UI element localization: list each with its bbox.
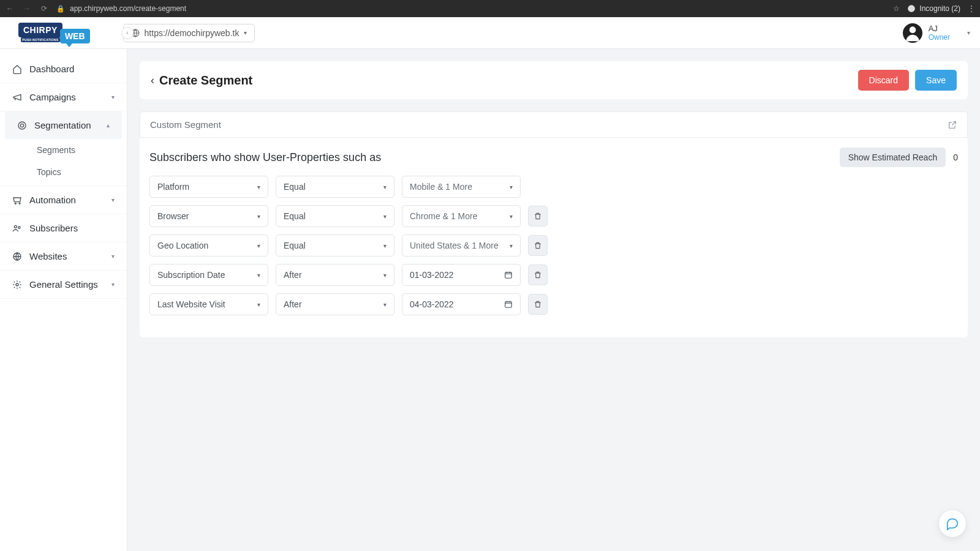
- delete-rule-button[interactable]: [528, 235, 548, 256]
- rule-property-select[interactable]: Geo Location▾: [149, 234, 268, 257]
- rule-operator-select-value: Equal: [284, 211, 306, 221]
- rule-row: Geo Location▾Equal▾United States & 1 Mor…: [149, 234, 958, 257]
- rule-operator-select[interactable]: Equal▾: [276, 234, 394, 257]
- rule-property-select[interactable]: Last Website Visit▾: [149, 293, 268, 315]
- rule-operator-select[interactable]: After▾: [276, 264, 394, 286]
- rule-property-select[interactable]: Platform▾: [149, 176, 268, 198]
- svg-point-0: [908, 5, 915, 12]
- chevron-down-icon: ▾: [967, 29, 970, 36]
- sidebar-item-websites[interactable]: Websites ▾: [0, 242, 127, 271]
- chevron-down-icon: ▾: [510, 184, 513, 190]
- svg-point-3: [18, 122, 26, 129]
- sidebar-item-label: Automation: [29, 195, 76, 205]
- chevron-down-icon: ▾: [510, 242, 513, 249]
- cart-icon: [12, 195, 22, 205]
- star-icon[interactable]: ☆: [893, 4, 900, 13]
- megaphone-icon: [12, 92, 22, 102]
- sidebar-collapse-button[interactable]: ‹: [121, 27, 134, 39]
- sidebar: Dashboard Campaigns ▾ Segmentation ▴ Seg…: [0, 49, 127, 551]
- save-button[interactable]: Save: [915, 70, 957, 91]
- sidebar-item-label: Subscribers: [29, 223, 78, 233]
- browser-chrome: ← → ⟳ 🔒 app.chirpyweb.com/create-segment…: [0, 0, 980, 17]
- external-link-icon[interactable]: [948, 120, 957, 130]
- chat-button[interactable]: [938, 509, 967, 538]
- rule-row: Subscription Date▾After▾01-03-2022: [149, 264, 958, 286]
- user-info: AJ Owner: [929, 24, 950, 42]
- chevron-down-icon: ▾: [383, 272, 386, 279]
- url-text: app.chirpyweb.com/create-segment: [70, 4, 186, 13]
- sidebar-item-subscribers[interactable]: Subscribers: [0, 214, 127, 242]
- page-title: Create Segment: [159, 73, 252, 88]
- user-menu[interactable]: AJ Owner ▾: [903, 23, 970, 43]
- show-estimated-reach-button[interactable]: Show Estimated Reach: [840, 148, 946, 167]
- back-button[interactable]: ‹: [151, 74, 154, 87]
- rule-operator-select-value: After: [284, 299, 302, 309]
- avatar: [903, 23, 922, 43]
- sidebar-item-segmentation[interactable]: Segmentation ▴: [5, 111, 122, 139]
- sidebar-item-campaigns[interactable]: Campaigns ▾: [0, 83, 127, 111]
- chevron-down-icon: ▾: [257, 242, 260, 249]
- chevron-down-icon: ▾: [383, 184, 386, 190]
- users-icon: [12, 223, 22, 233]
- sidebar-item-topics[interactable]: Topics: [0, 161, 127, 186]
- user-role: Owner: [929, 33, 950, 42]
- sidebar-item-general-settings[interactable]: General Settings ▾: [0, 271, 127, 299]
- rule-row: Last Website Visit▾After▾04-03-2022: [149, 293, 958, 315]
- kebab-icon[interactable]: ⋮: [968, 4, 975, 13]
- svg-point-6: [19, 203, 20, 204]
- app-logo: CHIRPY PUSH NOTIFICATIONS WEB: [18, 23, 90, 43]
- sidebar-item-automation[interactable]: Automation ▾: [0, 186, 127, 214]
- svg-rect-12: [505, 302, 512, 307]
- rule-operator-select[interactable]: After▾: [276, 293, 394, 315]
- chevron-down-icon: ▾: [257, 213, 260, 220]
- sidebar-item-dashboard[interactable]: Dashboard: [0, 55, 127, 83]
- discard-button[interactable]: Discard: [858, 70, 909, 91]
- chevron-down-icon: ▾: [257, 272, 260, 279]
- sidebar-item-label: Campaigns: [29, 92, 76, 102]
- rule-property-select[interactable]: Subscription Date▾: [149, 264, 268, 286]
- incognito-label: Incognito (2): [919, 4, 960, 13]
- rule-property-select[interactable]: Browser▾: [149, 205, 268, 227]
- rule-value-select[interactable]: Chrome & 1 More▾: [402, 205, 521, 227]
- forward-icon[interactable]: →: [22, 4, 32, 13]
- rule-operator-select-value: Equal: [284, 182, 306, 192]
- rule-operator-select[interactable]: Equal▾: [276, 205, 394, 227]
- svg-point-4: [20, 124, 23, 127]
- caret-down-icon: ▾: [111, 94, 115, 100]
- rule-property-select-value: Browser: [157, 211, 189, 221]
- rule-date-input[interactable]: 04-03-2022: [402, 293, 521, 315]
- calendar-icon: [504, 271, 513, 279]
- reload-icon[interactable]: ⟳: [39, 4, 49, 13]
- page-header: ‹ Create Segment Discard Save: [140, 61, 968, 99]
- svg-point-7: [14, 225, 17, 228]
- svg-point-2: [909, 26, 916, 33]
- home-icon: [12, 64, 22, 74]
- chevron-down-icon: ▾: [257, 184, 260, 190]
- rule-property-select-value: Geo Location: [157, 241, 208, 250]
- site-selector[interactable]: https://demochirpyweb.tk ▾: [123, 24, 255, 42]
- user-name: AJ: [929, 24, 950, 33]
- rule-date-input[interactable]: 01-03-2022: [402, 264, 521, 286]
- delete-rule-button[interactable]: [528, 294, 548, 315]
- back-icon[interactable]: ←: [5, 4, 15, 13]
- rule-operator-select[interactable]: Equal▾: [276, 176, 394, 198]
- segment-name-value: Custom Segment: [150, 119, 221, 130]
- delete-rule-button[interactable]: [528, 206, 548, 227]
- chevron-down-icon: ▾: [383, 301, 386, 308]
- rule-value-select-value: Mobile & 1 More: [410, 182, 472, 192]
- delete-rule-button[interactable]: [528, 264, 548, 285]
- caret-down-icon: ▾: [111, 197, 115, 203]
- rule-date-input-value: 04-03-2022: [410, 299, 454, 309]
- rule-value-select[interactable]: United States & 1 More▾: [402, 234, 521, 257]
- rule-row: Platform▾Equal▾Mobile & 1 More▾: [149, 176, 958, 198]
- sidebar-item-segments[interactable]: Segments: [0, 139, 127, 161]
- rule-value-select[interactable]: Mobile & 1 More▾: [402, 176, 521, 198]
- sidebar-item-label: Segments: [37, 145, 75, 155]
- caret-down-icon: ▾: [111, 253, 115, 260]
- rule-date-input-value: 01-03-2022: [410, 270, 454, 280]
- section-header: Subscribers who show User-Properties suc…: [149, 148, 958, 167]
- segment-name-input[interactable]: Custom Segment: [140, 111, 968, 138]
- rule-operator-select-value: After: [284, 270, 302, 280]
- lock-icon: 🔒: [56, 5, 65, 13]
- gear-icon: [12, 280, 22, 290]
